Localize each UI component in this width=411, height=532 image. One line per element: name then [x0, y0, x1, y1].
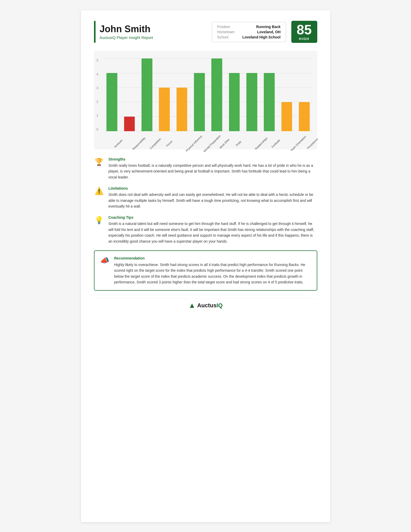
logo-text: AuctusIQ: [197, 302, 223, 309]
bar-wrapper: Team Orientation: [279, 58, 294, 131]
limitations-title: Limitations: [109, 186, 317, 190]
bar-team-orientation: [281, 102, 292, 131]
bar-label: Mental Preparation: [203, 134, 221, 153]
bar-label: Achiever: [113, 139, 123, 148]
bar-wrapper: Relationships: [244, 58, 259, 131]
auctusiq-logo: ▲ AuctusIQ: [94, 301, 317, 310]
warning-icon: ⚠️: [94, 187, 104, 195]
bar-focus: [159, 88, 170, 131]
bar-label: Responsibility: [132, 136, 146, 150]
bar-mental-preparation: [194, 73, 205, 131]
position-value: Running Back: [242, 25, 280, 29]
trophy-icon: 🏆: [94, 158, 104, 166]
bar-label: Fortitude: [271, 138, 281, 148]
score-number: 85: [297, 23, 312, 36]
recommendation-box: 📣 Recommendation Highly likely to overac…: [94, 250, 317, 291]
y-label-4: 4: [97, 72, 98, 76]
y-label-0: 0: [97, 127, 98, 131]
recommendation-title: Recommendation: [114, 256, 312, 260]
y-label-5: 5: [97, 58, 98, 62]
green-accent-bar: [94, 21, 96, 43]
bar-wrapper: Competition: [139, 58, 154, 131]
bar-label: Team Orientation: [290, 135, 307, 152]
y-label-3: 3: [97, 86, 98, 90]
school-label: School: [217, 35, 235, 39]
bar-label: Competition: [149, 137, 161, 150]
bar-fortitude: [264, 73, 275, 131]
megaphone-icon: 📣: [100, 256, 110, 285]
hometown-label: Hometown: [217, 30, 235, 34]
coaching-text: Smith is a natural talent but will need …: [109, 221, 317, 244]
bar-label: Pride: [235, 140, 242, 147]
score-rating: HIGH: [299, 37, 309, 41]
limitations-text: Smith does not deal with adversity well …: [109, 192, 317, 209]
bar-pride: [229, 73, 240, 131]
score-box: 85 HIGH: [291, 21, 317, 43]
bar-wrapper: Achiever: [104, 58, 120, 131]
page-footer: ▲ AuctusIQ: [94, 298, 317, 310]
recommendation-body: Recommendation Highly likely to overachi…: [114, 256, 312, 285]
player-name: John Smith: [100, 24, 153, 34]
strengths-title: Strengths: [109, 157, 317, 161]
bar-label: Work Ethic: [219, 138, 230, 149]
strengths-body: Strengths Smith really loves football, i…: [109, 157, 317, 180]
report-header: John Smith AuctusIQ Player Insight Repor…: [94, 21, 317, 43]
bar-physical-influence: [177, 88, 187, 131]
bar-label: Persistence: [306, 137, 319, 150]
y-label-2: 2: [97, 100, 98, 104]
coaching-body: Coaching Tips Smith is a natural talent …: [109, 215, 317, 244]
bar-label: Physical Influence: [185, 135, 203, 152]
bar-wrapper: Responsibility: [122, 58, 137, 131]
hometown-value: Loveland, OH: [242, 30, 280, 34]
y-axis-labels: 0 1 2 3 4 5: [97, 58, 98, 131]
bar-wrapper: Fortitude: [261, 58, 277, 131]
coaching-title: Coaching Tips: [109, 215, 317, 220]
bar-wrapper: Focus: [157, 58, 172, 131]
bar-wrapper: Physical Influence: [174, 58, 190, 131]
report-subtitle: AuctusIQ Player Insight Report: [100, 35, 153, 40]
school-value: Loveland High School: [242, 35, 280, 39]
position-label: Position: [217, 25, 235, 29]
bar-persistence: [299, 102, 310, 131]
header-left: John Smith AuctusIQ Player Insight Repor…: [94, 21, 207, 43]
bar-label: Focus: [165, 140, 173, 147]
logo-iq-text: IQ: [217, 302, 223, 309]
bar-work-ethic: [211, 58, 222, 131]
report-page: John Smith AuctusIQ Player Insight Repor…: [81, 10, 330, 522]
limitations-body: Limitations Smith does not deal with adv…: [109, 186, 317, 209]
bar-responsibility: [124, 117, 135, 131]
bar-wrapper: Mental Preparation: [192, 58, 207, 131]
coaching-section: 💡 Coaching Tips Smith is a natural talen…: [94, 215, 317, 244]
bar-label: Relationships: [254, 137, 268, 150]
bar-relationships: [246, 73, 257, 131]
bar-wrapper: Pride: [227, 58, 242, 131]
player-details-box: Position Running Back Hometown Loveland,…: [212, 22, 286, 42]
limitations-section: ⚠️ Limitations Smith does not deal with …: [94, 186, 317, 209]
bar-chart: 0 1 2 3 4 5 AchieverResponsibilityCompet…: [104, 58, 312, 147]
strengths-text: Smith really loves football, is a natura…: [109, 163, 317, 180]
y-label-1: 1: [97, 114, 98, 117]
strengths-section: 🏆 Strengths Smith really loves football,…: [94, 157, 317, 180]
logo-triangle-icon: ▲: [188, 301, 196, 310]
bar-achiever: [106, 73, 117, 131]
player-info: John Smith AuctusIQ Player Insight Repor…: [100, 24, 153, 40]
recommendation-text: Highly likely to overachieve. Smith had …: [114, 262, 312, 285]
bar-wrapper: Work Ethic: [209, 58, 224, 131]
chart-section: 0 1 2 3 4 5 AchieverResponsibilityCompet…: [94, 51, 317, 149]
bar-wrapper: Persistence: [297, 58, 312, 131]
chart-bars-area: AchieverResponsibilityCompetitionFocusPh…: [104, 58, 312, 131]
bar-competition: [142, 58, 152, 131]
lightbulb-icon: 💡: [94, 216, 104, 224]
